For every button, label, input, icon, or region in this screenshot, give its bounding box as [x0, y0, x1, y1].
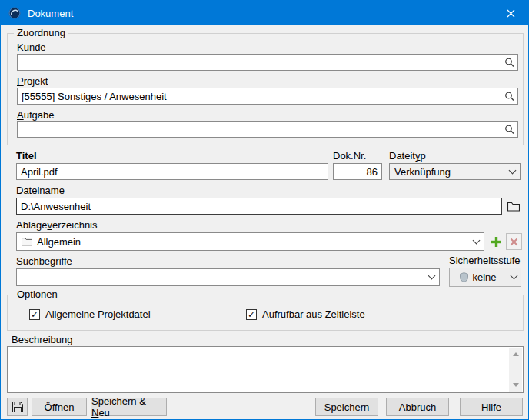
chevron-down-icon	[468, 233, 484, 250]
folder-open-icon	[507, 202, 520, 212]
close-button[interactable]	[494, 1, 528, 25]
ablageverzeichnis-combobox[interactable]: Allgemein	[16, 232, 484, 251]
beschreibung-field	[7, 346, 524, 393]
hilfe-label: Hilfe	[481, 402, 501, 413]
floppy-disk-icon	[12, 402, 23, 412]
titel-input[interactable]	[16, 163, 328, 180]
projekt-input[interactable]	[17, 88, 518, 105]
aufgabe-label: Aufgabe	[17, 109, 54, 121]
checkbox-allgemeine-projektdatei[interactable]: ✓ Allgemeine Projektdatei	[29, 308, 151, 320]
kunde-search-icon[interactable]	[504, 58, 514, 68]
scroll-down-icon[interactable]	[513, 383, 519, 387]
titlebar[interactable]: Dokument	[1, 1, 528, 25]
window-title: Dokument	[28, 8, 73, 19]
sicherheitsstufe-value: keine	[472, 272, 496, 283]
checkbox-label: Aufrufbar aus Zeitleiste	[262, 308, 365, 320]
checkbox-label: Allgemeine Projektdatei	[45, 308, 151, 320]
checkbox-box[interactable]: ✓	[29, 309, 40, 320]
sicherheitsstufe-main[interactable]: keine	[450, 268, 507, 286]
zuordnung-group: Zuordnung Kunde Projekt Aufgabe	[7, 33, 524, 145]
checkbox-aufrufbar-aus-zeitleiste[interactable]: ✓ Aufrufbar aus Zeitleiste	[246, 308, 365, 320]
sicherheitsstufe-label: Sicherheitsstufe	[449, 255, 521, 266]
oeffnen-button[interactable]: Öffnen	[32, 398, 87, 416]
remove-directory-button[interactable]	[506, 233, 522, 250]
sicherheitsstufe-dropdown[interactable]	[507, 268, 521, 286]
dateityp-value: Verknüpfung	[394, 166, 451, 178]
kunde-input[interactable]	[17, 54, 518, 71]
chevron-down-icon	[511, 272, 518, 280]
speichern-button[interactable]: Speichern	[315, 398, 378, 416]
speichern-und-neu-label: Speichern & Neu	[91, 395, 166, 418]
shield-icon	[460, 272, 468, 282]
dateityp-label: Dateityp	[389, 150, 426, 162]
kunde-field	[17, 54, 518, 71]
doknr-field	[333, 163, 382, 180]
projekt-field	[17, 88, 518, 105]
dateiname-input[interactable]	[16, 198, 502, 215]
vertical-scrollbar[interactable]	[509, 348, 522, 392]
doknr-input[interactable]	[333, 163, 382, 180]
aufgabe-input[interactable]	[17, 121, 518, 138]
titel-field	[16, 163, 328, 180]
app-icon	[8, 7, 21, 19]
delete-x-icon	[510, 238, 518, 246]
save-icon-button[interactable]	[7, 398, 28, 416]
close-icon	[507, 9, 515, 18]
check-icon: ✓	[248, 310, 255, 319]
kunde-label: Kunde	[17, 42, 46, 53]
doknr-label: Dok.Nr.	[333, 150, 366, 162]
projekt-label: Projekt	[17, 75, 48, 87]
ablageverzeichnis-label: Ablageverzeichnis	[16, 219, 98, 231]
suchbegriffe-combobox[interactable]	[16, 268, 440, 286]
dateiname-label: Dateiname	[16, 185, 65, 196]
dateiname-field	[16, 198, 502, 215]
zuordnung-legend: Zuordnung	[14, 27, 68, 38]
abbruch-button[interactable]: Abbruch	[386, 398, 449, 416]
beschreibung-textarea[interactable]	[8, 347, 523, 392]
chevron-down-icon	[424, 269, 439, 285]
scroll-up-icon[interactable]	[513, 352, 519, 356]
plus-icon	[491, 236, 502, 248]
abbruch-label: Abbruch	[399, 402, 436, 413]
checkbox-box[interactable]: ✓	[246, 309, 257, 320]
oeffnen-label: Öffnen	[45, 402, 75, 413]
speichern-label: Speichern	[324, 402, 370, 413]
beschreibung-label: Beschreibung	[12, 334, 73, 345]
speichern-und-neu-button[interactable]: Speichern & Neu	[91, 398, 167, 416]
ablageverzeichnis-value: Allgemein	[37, 236, 81, 248]
optionen-group: Optionen ✓ Allgemeine Projektdatei ✓ Auf…	[7, 295, 524, 331]
browse-folder-button[interactable]	[505, 199, 522, 213]
aufgabe-search-icon[interactable]	[504, 125, 514, 135]
dateityp-combobox[interactable]: Verknüpfung	[389, 163, 521, 180]
check-icon: ✓	[31, 310, 38, 319]
titel-label: Titel	[16, 150, 37, 162]
chevron-down-icon	[504, 164, 520, 179]
folder-icon	[22, 237, 32, 246]
hilfe-button[interactable]: Hilfe	[460, 398, 523, 416]
dokument-dialog: Dokument Zuordnung Kunde Projekt Aufgabe	[0, 0, 529, 420]
aufgabe-field	[17, 121, 518, 138]
add-directory-button[interactable]	[488, 233, 504, 250]
suchbegriffe-label: Suchbegriffe	[16, 255, 72, 267]
sicherheitsstufe-button[interactable]: keine	[449, 268, 521, 287]
optionen-legend: Optionen	[14, 288, 61, 300]
projekt-search-icon[interactable]	[504, 92, 514, 102]
